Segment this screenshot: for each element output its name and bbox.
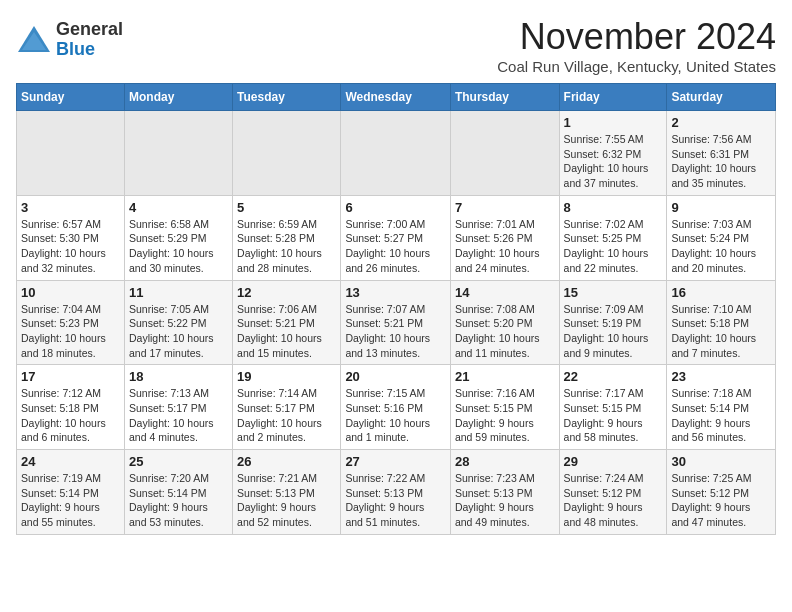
day-number: 8 [564, 200, 663, 215]
weekday-header-tuesday: Tuesday [233, 84, 341, 111]
day-info: Sunrise: 7:04 AM Sunset: 5:23 PM Dayligh… [21, 302, 120, 361]
calendar-cell: 7Sunrise: 7:01 AM Sunset: 5:26 PM Daylig… [450, 195, 559, 280]
day-number: 1 [564, 115, 663, 130]
calendar-cell: 25Sunrise: 7:20 AM Sunset: 5:14 PM Dayli… [124, 450, 232, 535]
calendar-cell: 28Sunrise: 7:23 AM Sunset: 5:13 PM Dayli… [450, 450, 559, 535]
day-number: 9 [671, 200, 771, 215]
calendar-cell [341, 111, 451, 196]
week-row-3: 10Sunrise: 7:04 AM Sunset: 5:23 PM Dayli… [17, 280, 776, 365]
day-info: Sunrise: 7:08 AM Sunset: 5:20 PM Dayligh… [455, 302, 555, 361]
weekday-header-friday: Friday [559, 84, 667, 111]
day-number: 25 [129, 454, 228, 469]
calendar-cell: 8Sunrise: 7:02 AM Sunset: 5:25 PM Daylig… [559, 195, 667, 280]
calendar-cell: 13Sunrise: 7:07 AM Sunset: 5:21 PM Dayli… [341, 280, 451, 365]
calendar-cell: 2Sunrise: 7:56 AM Sunset: 6:31 PM Daylig… [667, 111, 776, 196]
day-number: 21 [455, 369, 555, 384]
day-number: 11 [129, 285, 228, 300]
weekday-header-saturday: Saturday [667, 84, 776, 111]
day-number: 15 [564, 285, 663, 300]
calendar-cell: 19Sunrise: 7:14 AM Sunset: 5:17 PM Dayli… [233, 365, 341, 450]
page-header: General Blue November 2024 Coal Run Vill… [16, 16, 776, 75]
day-info: Sunrise: 7:23 AM Sunset: 5:13 PM Dayligh… [455, 471, 555, 530]
calendar-cell [450, 111, 559, 196]
day-number: 14 [455, 285, 555, 300]
day-info: Sunrise: 7:24 AM Sunset: 5:12 PM Dayligh… [564, 471, 663, 530]
weekday-header-row: SundayMondayTuesdayWednesdayThursdayFrid… [17, 84, 776, 111]
day-number: 28 [455, 454, 555, 469]
calendar-cell: 21Sunrise: 7:16 AM Sunset: 5:15 PM Dayli… [450, 365, 559, 450]
calendar-cell: 22Sunrise: 7:17 AM Sunset: 5:15 PM Dayli… [559, 365, 667, 450]
day-info: Sunrise: 6:57 AM Sunset: 5:30 PM Dayligh… [21, 217, 120, 276]
day-number: 13 [345, 285, 446, 300]
logo-text: General Blue [56, 20, 123, 60]
day-number: 12 [237, 285, 336, 300]
day-number: 29 [564, 454, 663, 469]
day-info: Sunrise: 7:01 AM Sunset: 5:26 PM Dayligh… [455, 217, 555, 276]
day-info: Sunrise: 7:00 AM Sunset: 5:27 PM Dayligh… [345, 217, 446, 276]
day-info: Sunrise: 7:19 AM Sunset: 5:14 PM Dayligh… [21, 471, 120, 530]
calendar-cell: 23Sunrise: 7:18 AM Sunset: 5:14 PM Dayli… [667, 365, 776, 450]
calendar-cell: 12Sunrise: 7:06 AM Sunset: 5:21 PM Dayli… [233, 280, 341, 365]
weekday-header-monday: Monday [124, 84, 232, 111]
day-info: Sunrise: 7:07 AM Sunset: 5:21 PM Dayligh… [345, 302, 446, 361]
calendar-cell: 11Sunrise: 7:05 AM Sunset: 5:22 PM Dayli… [124, 280, 232, 365]
calendar-cell: 5Sunrise: 6:59 AM Sunset: 5:28 PM Daylig… [233, 195, 341, 280]
weekday-header-thursday: Thursday [450, 84, 559, 111]
calendar-cell: 27Sunrise: 7:22 AM Sunset: 5:13 PM Dayli… [341, 450, 451, 535]
day-info: Sunrise: 7:14 AM Sunset: 5:17 PM Dayligh… [237, 386, 336, 445]
day-number: 19 [237, 369, 336, 384]
day-number: 3 [21, 200, 120, 215]
day-info: Sunrise: 7:10 AM Sunset: 5:18 PM Dayligh… [671, 302, 771, 361]
calendar-cell: 15Sunrise: 7:09 AM Sunset: 5:19 PM Dayli… [559, 280, 667, 365]
calendar-cell: 6Sunrise: 7:00 AM Sunset: 5:27 PM Daylig… [341, 195, 451, 280]
day-number: 17 [21, 369, 120, 384]
location-subtitle: Coal Run Village, Kentucky, United State… [497, 58, 776, 75]
day-number: 20 [345, 369, 446, 384]
week-row-5: 24Sunrise: 7:19 AM Sunset: 5:14 PM Dayli… [17, 450, 776, 535]
calendar-cell: 14Sunrise: 7:08 AM Sunset: 5:20 PM Dayli… [450, 280, 559, 365]
calendar-cell [124, 111, 232, 196]
day-number: 30 [671, 454, 771, 469]
day-number: 22 [564, 369, 663, 384]
day-number: 2 [671, 115, 771, 130]
calendar-cell: 20Sunrise: 7:15 AM Sunset: 5:16 PM Dayli… [341, 365, 451, 450]
day-info: Sunrise: 7:03 AM Sunset: 5:24 PM Dayligh… [671, 217, 771, 276]
calendar-table: SundayMondayTuesdayWednesdayThursdayFrid… [16, 83, 776, 535]
calendar-cell: 4Sunrise: 6:58 AM Sunset: 5:29 PM Daylig… [124, 195, 232, 280]
title-block: November 2024 Coal Run Village, Kentucky… [497, 16, 776, 75]
calendar-cell: 29Sunrise: 7:24 AM Sunset: 5:12 PM Dayli… [559, 450, 667, 535]
day-info: Sunrise: 7:15 AM Sunset: 5:16 PM Dayligh… [345, 386, 446, 445]
day-info: Sunrise: 7:22 AM Sunset: 5:13 PM Dayligh… [345, 471, 446, 530]
day-number: 4 [129, 200, 228, 215]
day-info: Sunrise: 7:05 AM Sunset: 5:22 PM Dayligh… [129, 302, 228, 361]
day-number: 18 [129, 369, 228, 384]
day-info: Sunrise: 7:16 AM Sunset: 5:15 PM Dayligh… [455, 386, 555, 445]
calendar-cell: 30Sunrise: 7:25 AM Sunset: 5:12 PM Dayli… [667, 450, 776, 535]
calendar-cell [233, 111, 341, 196]
calendar-cell: 3Sunrise: 6:57 AM Sunset: 5:30 PM Daylig… [17, 195, 125, 280]
logo-icon [16, 22, 52, 58]
day-number: 10 [21, 285, 120, 300]
calendar-cell: 1Sunrise: 7:55 AM Sunset: 6:32 PM Daylig… [559, 111, 667, 196]
day-info: Sunrise: 7:18 AM Sunset: 5:14 PM Dayligh… [671, 386, 771, 445]
day-number: 5 [237, 200, 336, 215]
day-number: 6 [345, 200, 446, 215]
calendar-cell: 9Sunrise: 7:03 AM Sunset: 5:24 PM Daylig… [667, 195, 776, 280]
day-number: 23 [671, 369, 771, 384]
day-info: Sunrise: 6:58 AM Sunset: 5:29 PM Dayligh… [129, 217, 228, 276]
week-row-4: 17Sunrise: 7:12 AM Sunset: 5:18 PM Dayli… [17, 365, 776, 450]
day-info: Sunrise: 7:55 AM Sunset: 6:32 PM Dayligh… [564, 132, 663, 191]
day-number: 27 [345, 454, 446, 469]
day-info: Sunrise: 7:12 AM Sunset: 5:18 PM Dayligh… [21, 386, 120, 445]
day-info: Sunrise: 7:21 AM Sunset: 5:13 PM Dayligh… [237, 471, 336, 530]
day-info: Sunrise: 7:06 AM Sunset: 5:21 PM Dayligh… [237, 302, 336, 361]
calendar-cell: 16Sunrise: 7:10 AM Sunset: 5:18 PM Dayli… [667, 280, 776, 365]
month-title: November 2024 [497, 16, 776, 58]
day-info: Sunrise: 7:09 AM Sunset: 5:19 PM Dayligh… [564, 302, 663, 361]
day-number: 24 [21, 454, 120, 469]
week-row-2: 3Sunrise: 6:57 AM Sunset: 5:30 PM Daylig… [17, 195, 776, 280]
logo-general: General [56, 19, 123, 39]
day-info: Sunrise: 7:20 AM Sunset: 5:14 PM Dayligh… [129, 471, 228, 530]
logo: General Blue [16, 20, 123, 60]
calendar-cell: 26Sunrise: 7:21 AM Sunset: 5:13 PM Dayli… [233, 450, 341, 535]
